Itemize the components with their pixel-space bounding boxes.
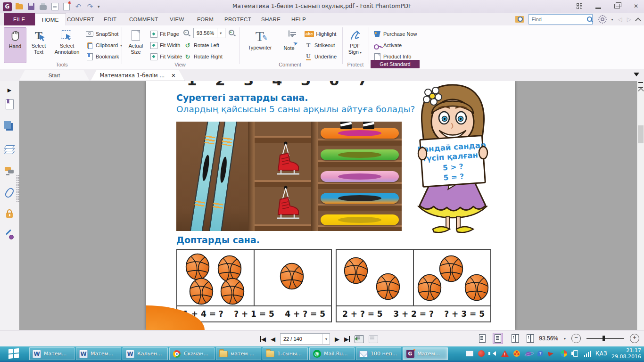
facing-view-icon[interactable] xyxy=(509,333,518,344)
highlight-button[interactable]: abc Highlight xyxy=(305,29,336,39)
continuous-view-icon[interactable] xyxy=(493,333,503,344)
tab-start-page[interactable]: Start xyxy=(19,70,90,81)
tray-warning-icon[interactable] xyxy=(501,350,509,357)
expand-panel-icon[interactable]: ▶ xyxy=(4,85,15,95)
snapshot-button[interactable]: SnapShot xyxy=(86,29,118,39)
start-button[interactable] xyxy=(0,346,27,361)
attachments-icon[interactable] xyxy=(4,188,15,198)
language-indicator[interactable]: ҚАЗ xyxy=(595,350,607,357)
previous-page-button[interactable]: ◀ xyxy=(271,336,275,343)
single-page-view-icon[interactable] xyxy=(478,333,487,344)
purchase-now-button[interactable]: Purchase Now xyxy=(373,29,417,39)
scroll-up-icon[interactable] xyxy=(638,88,644,94)
tab-help[interactable]: HELP xyxy=(285,13,313,25)
tray-megaphone-icon[interactable] xyxy=(548,350,556,357)
tray-mail-icon[interactable] xyxy=(466,350,473,357)
zoom-in-button[interactable]: + xyxy=(630,334,639,343)
tab-file[interactable]: FILE xyxy=(4,13,35,25)
security-icon[interactable] xyxy=(4,208,15,219)
find-options-caret-icon[interactable]: ▾ xyxy=(611,17,613,22)
hand-tool-button[interactable]: Hand xyxy=(4,27,26,63)
split-view-handle[interactable] xyxy=(638,82,643,88)
taskbar-button[interactable]: WКальен... xyxy=(123,347,168,360)
history-forward-icon[interactable]: ▷ xyxy=(627,16,631,23)
tab-view[interactable]: VIEW xyxy=(163,13,191,25)
page-number-combo[interactable]: 22 / 140 ▾ xyxy=(280,333,330,345)
activate-button[interactable]: Activate xyxy=(373,41,402,50)
close-tab-icon[interactable]: ✕ xyxy=(171,73,175,79)
page-combo-caret-icon[interactable]: ▾ xyxy=(322,334,330,344)
tab-protect[interactable]: PROTECT xyxy=(218,13,258,25)
note-button[interactable]: ➤ Note xyxy=(278,27,300,62)
tray-volume-icon[interactable] xyxy=(489,350,497,357)
last-page-button[interactable]: ▶ xyxy=(344,336,350,343)
fit-visible-button[interactable]: Fit Visible xyxy=(150,52,182,61)
search-icon[interactable] xyxy=(586,16,594,23)
taskbar-button[interactable]: матем ... xyxy=(216,347,261,360)
tab-form[interactable]: FORM xyxy=(190,13,220,25)
typewriter-button[interactable]: T✎ Typewriter xyxy=(243,27,276,62)
restore-button[interactable] xyxy=(613,3,621,9)
actual-size-button[interactable]: Actual Size xyxy=(124,27,147,62)
rotate-right-button[interactable]: ↻ Rotate Right xyxy=(184,52,223,61)
zoom-caret-icon[interactable]: ▾ xyxy=(564,337,566,341)
tab-list-dropdown-icon[interactable] xyxy=(634,73,639,79)
zoom-out-button[interactable]: − xyxy=(571,334,581,343)
zoom-level-combo[interactable]: 93.56% ▾ xyxy=(193,28,225,38)
touch-mode-icon[interactable] xyxy=(575,3,584,9)
taskbar-button[interactable]: WМатем... xyxy=(29,347,74,360)
search-folder-icon[interactable] xyxy=(515,16,524,23)
select-text-button[interactable]: T Select Text xyxy=(27,27,50,62)
minimize-button[interactable] xyxy=(594,3,603,9)
taskbar-button[interactable]: 1-сыны... xyxy=(263,347,308,360)
find-input[interactable] xyxy=(528,14,593,25)
tab-comment[interactable]: COMMENT xyxy=(123,13,165,25)
first-page-button[interactable]: ◀ xyxy=(260,336,266,343)
tray-power-icon[interactable] xyxy=(572,350,579,357)
select-annotation-button[interactable]: Select Annotation xyxy=(52,27,82,62)
page-thumbnails-icon[interactable] xyxy=(4,122,15,132)
comments-panel-icon[interactable] xyxy=(4,166,15,176)
signature-panel-icon[interactable] xyxy=(4,230,15,240)
tray-sputnik-icon[interactable] xyxy=(525,350,532,357)
underline-button[interactable]: U Underline xyxy=(305,52,337,61)
rotate-left-button[interactable]: ↺ Rotate Left xyxy=(184,41,219,50)
zoom-out-icon[interactable]: − xyxy=(183,29,190,37)
tab-convert[interactable]: CONVERT xyxy=(60,13,101,25)
bookmarks-panel-icon[interactable] xyxy=(4,99,15,109)
gear-icon[interactable] xyxy=(598,15,607,24)
zoom-slider-thumb[interactable] xyxy=(603,336,605,341)
vertical-scrollbar[interactable] xyxy=(637,81,644,330)
zoom-slider[interactable] xyxy=(586,338,624,339)
continuous-facing-view-icon[interactable] xyxy=(524,333,533,344)
layers-icon[interactable] xyxy=(4,144,15,155)
taskbar-button[interactable]: @Mail.Ru... xyxy=(309,347,355,360)
pdf-sign-button[interactable]: PDF Sign ▾ xyxy=(344,27,366,62)
clock[interactable]: 21:17 29.08.2016 xyxy=(611,347,641,360)
fit-width-button[interactable]: Fit Width xyxy=(150,41,180,50)
zoom-combo-caret-icon[interactable]: ▾ xyxy=(217,28,224,38)
tab-current-document[interactable]: Математика 1-бөлім ...✕ xyxy=(91,70,185,81)
next-view-icon[interactable] xyxy=(369,335,378,343)
fit-page-button[interactable]: Fit Page xyxy=(150,29,179,39)
tab-edit[interactable]: EDIT xyxy=(97,13,123,25)
history-back-icon[interactable]: ◁ xyxy=(618,16,622,23)
tab-share[interactable]: SHARE xyxy=(255,13,287,25)
tray-updates-icon[interactable] xyxy=(513,350,520,357)
scrollbar-thumb[interactable] xyxy=(638,125,644,143)
next-page-button[interactable]: ▶ xyxy=(335,336,339,343)
taskbar-button[interactable]: GМатем... xyxy=(403,347,448,360)
taskbar-button[interactable]: Скачан... xyxy=(169,347,215,360)
tray-agent-icon[interactable] xyxy=(478,350,485,357)
taskbar-button[interactable]: WМатем... xyxy=(76,347,121,360)
tray-ccleaner-icon[interactable] xyxy=(560,350,568,357)
panel-splitter-handle[interactable] xyxy=(16,174,20,203)
taskbar-button[interactable]: 100 неп... xyxy=(356,347,401,360)
strikeout-button[interactable]: T Strikeout xyxy=(305,41,335,50)
tray-network-icon[interactable] xyxy=(584,350,591,357)
tray-assistant-icon[interactable]: ? xyxy=(537,350,544,357)
previous-view-icon[interactable] xyxy=(355,335,364,343)
get-standard-button[interactable]: Get Standard xyxy=(371,60,420,68)
bookmark-button[interactable]: Bookmark xyxy=(86,52,119,61)
close-button[interactable]: ✕ xyxy=(632,3,640,9)
